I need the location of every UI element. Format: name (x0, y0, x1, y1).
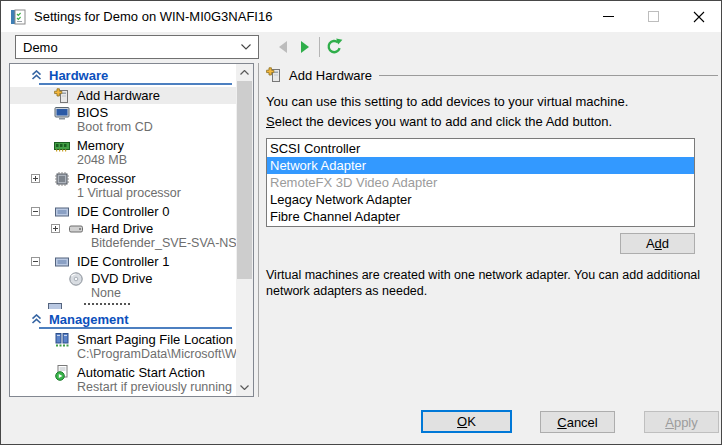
sidebar-scrollbar (236, 64, 253, 396)
add-hardware-icon (54, 88, 70, 104)
section-underline (39, 83, 232, 85)
title-bar: Settings for Demo on WIN-MI0G3NAFI16 (1, 1, 721, 32)
sidebar-item-memory[interactable]: Memory (10, 137, 236, 154)
sidebar-item-ide-controller-0[interactable]: IDE Controller 0 (10, 203, 236, 220)
scroll-up-icon (240, 70, 249, 75)
refresh-icon (325, 38, 343, 56)
sidebar-item-dvd-drive[interactable]: DVD Drive (10, 270, 236, 287)
window-title: Settings for Demo on WIN-MI0G3NAFI16 (34, 9, 272, 24)
collapse-double-chevron-icon (31, 70, 42, 80)
sidebar-item-bios[interactable]: BIOS (10, 104, 236, 121)
sidebar-item-label: BIOS (77, 105, 108, 120)
forward-arrow-icon (299, 40, 311, 54)
apply-button: Apply (644, 411, 719, 433)
smart-paging-icon (54, 332, 70, 348)
scroll-down-icon (240, 385, 249, 390)
toolbar: Demo (1, 32, 721, 62)
device-option-scsi-controller[interactable]: SCSI Controller (267, 140, 694, 157)
sidebar-item-label: Automatic Start Action (77, 365, 205, 380)
sidebar-item-label: Processor (77, 171, 136, 186)
collapse-double-chevron-icon (31, 314, 42, 324)
expander-minus-icon[interactable] (31, 257, 40, 266)
close-icon (693, 11, 705, 23)
sidebar-item-automatic-start-action[interactable]: Automatic Start Action (10, 364, 236, 381)
sidebar-item-processor[interactable]: Processor (10, 170, 236, 187)
vm-selector-value: Demo (23, 40, 58, 55)
sidebar-item-label: DVD Drive (91, 271, 152, 286)
scrollbar-down-button[interactable] (236, 379, 253, 396)
clipped-text (84, 303, 130, 309)
back-arrow-icon (277, 40, 289, 54)
dvd-drive-icon (68, 271, 84, 287)
sidebar-item-hard-drive[interactable]: Hard Drive (10, 220, 236, 237)
panel-instruction: Select the devices you want to add and c… (266, 114, 718, 129)
sidebar-item-label: IDE Controller 0 (77, 204, 169, 219)
sidebar-item-sublabel: 2048 MB (10, 154, 236, 167)
sidebar-item-sublabel: None (10, 287, 236, 300)
sidebar-item-smart-paging[interactable]: Smart Paging File Location (10, 331, 236, 348)
panel-header: Add Hardware (266, 67, 718, 83)
toolbar-separator (319, 37, 320, 57)
sidebar-item-label: Add Hardware (77, 88, 160, 103)
panel-title: Add Hardware (289, 68, 372, 83)
scrollbar-thumb[interactable] (237, 81, 252, 279)
section-header-management[interactable]: Management (10, 312, 236, 326)
maximize-icon (648, 11, 659, 22)
sidebar-item-sublabel: Bitdefender_SVE-SVA-NSV... (10, 237, 236, 250)
navigation-buttons (272, 36, 345, 58)
sidebar-item-ide-controller-1[interactable]: IDE Controller 1 (10, 253, 236, 270)
section-header-hardware[interactable]: Hardware (10, 68, 236, 82)
panel-description: You can use this setting to add devices … (266, 94, 718, 109)
add-button[interactable]: Add (620, 233, 695, 254)
clipped-icon (48, 303, 62, 309)
ide-controller-icon (54, 204, 70, 220)
panel-divider (258, 63, 259, 397)
panel-note: Virtual machines are created with one ne… (266, 267, 713, 300)
add-hardware-panel: Add Hardware You can use this setting to… (266, 63, 718, 300)
section-label: Hardware (49, 68, 108, 83)
auto-start-icon (54, 365, 70, 381)
maximize-button (631, 1, 676, 32)
settings-dialog: Settings for Demo on WIN-MI0G3NAFI16 Dem… (0, 0, 722, 445)
clipped-item-sliver (10, 303, 236, 309)
close-button[interactable] (676, 1, 721, 32)
memory-icon (54, 138, 70, 154)
hardware-tree-panel: Hardware Add Hardware (9, 63, 254, 397)
navigate-back-button (272, 36, 294, 58)
window-controls (586, 1, 721, 32)
device-listbox: SCSI Controller Network Adapter RemoteFX… (266, 138, 695, 227)
add-hardware-icon (266, 67, 282, 83)
sidebar-item-sublabel: C:\ProgramData\Microsoft\Win... (10, 348, 236, 361)
device-option-network-adapter[interactable]: Network Adapter (267, 157, 694, 174)
expander-plus-icon[interactable] (31, 174, 40, 183)
expander-minus-icon[interactable] (31, 207, 40, 216)
minimize-button[interactable] (586, 1, 631, 32)
sidebar-item-sublabel: 1 Virtual processor (10, 187, 236, 200)
scrollbar-up-button[interactable] (236, 64, 253, 81)
processor-icon (54, 171, 70, 187)
header-rule (379, 75, 718, 76)
sidebar-item-label: IDE Controller 1 (77, 254, 169, 269)
sidebar-item-sublabel: Restart if previously running (10, 381, 236, 394)
device-option-fibre-channel-adapter[interactable]: Fibre Channel Adapter (267, 208, 694, 225)
navigate-forward-button[interactable] (294, 36, 316, 58)
add-button-row: Add (266, 233, 695, 254)
chevron-down-icon (241, 44, 251, 50)
bios-icon (54, 105, 70, 121)
sidebar-item-add-hardware[interactable]: Add Hardware (10, 87, 236, 104)
vm-selector-dropdown[interactable]: Demo (15, 35, 259, 59)
sidebar-item-label: Smart Paging File Location (77, 332, 233, 347)
device-option-remotefx-3d-video-adapter: RemoteFX 3D Video Adapter (267, 174, 694, 191)
minimize-icon (603, 16, 614, 17)
cancel-button[interactable]: Cancel (540, 411, 615, 433)
sidebar-item-label: Memory (77, 138, 124, 153)
sidebar-item-sublabel: Boot from CD (10, 121, 236, 134)
device-option-legacy-network-adapter[interactable]: Legacy Network Adapter (267, 191, 694, 208)
section-underline (39, 327, 232, 329)
expander-plus-icon[interactable] (51, 224, 60, 233)
hardware-tree: Hardware Add Hardware (10, 64, 236, 396)
refresh-button[interactable] (323, 36, 345, 58)
ide-controller-icon (54, 254, 70, 270)
settings-app-icon (10, 9, 26, 25)
ok-button[interactable]: OK (421, 410, 512, 433)
